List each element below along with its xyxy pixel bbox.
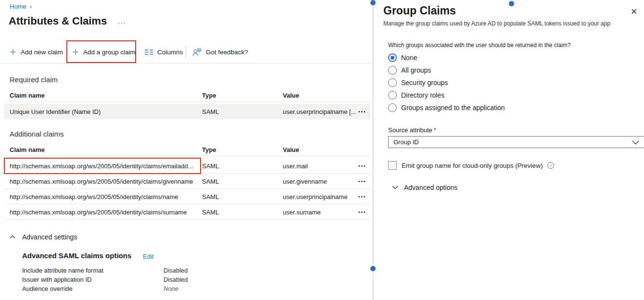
- add-group-claim-button[interactable]: Add a group claim: [72, 47, 136, 57]
- emit-group-name-label: Emit group name for cloud-only groups (P…: [402, 162, 543, 169]
- add-new-claim-label: Add new claim: [21, 49, 63, 56]
- row-menu-icon[interactable]: •••: [358, 209, 366, 214]
- plus-icon: [72, 49, 79, 55]
- required-marker: *: [434, 126, 436, 134]
- radio-all-groups[interactable]: All groups: [388, 65, 505, 75]
- group-claim-question: Which groups associated with the user sh…: [388, 42, 571, 49]
- radio-groups-assigned[interactable]: Groups assigned to the application: [388, 103, 505, 112]
- row-menu-icon[interactable]: •••: [358, 109, 366, 114]
- advanced-saml-claims-heading: Advanced SAML claims options: [22, 251, 131, 260]
- claim-type-cell: SAML: [202, 108, 219, 115]
- title-more-menu-icon[interactable]: ···: [118, 19, 126, 26]
- source-attribute-dropdown[interactable]: Group ID: [388, 136, 644, 148]
- handle-dot: [370, 0, 376, 5]
- page-title: Attributes & Claims: [9, 15, 107, 27]
- option-value: None: [164, 285, 178, 292]
- emit-group-name-checkbox[interactable]: [388, 161, 397, 170]
- column-header-claim-name: Claim name: [10, 146, 45, 153]
- claim-value-cell: user.userprincipalname: [283, 193, 347, 200]
- columns-button[interactable]: Columns: [145, 47, 183, 57]
- add-group-claim-label: Add a group claim: [83, 49, 136, 56]
- radio-icon: [388, 103, 397, 112]
- handle-dot: [509, 1, 514, 6]
- advanced-options-toggle[interactable]: Advanced options: [392, 184, 457, 191]
- breadcrumb: Home ›: [10, 3, 32, 10]
- toolbar-divider: [186, 46, 186, 57]
- feedback-icon: [192, 48, 202, 56]
- claim-type-cell: SAML: [202, 162, 219, 169]
- table-header-divider: [4, 101, 370, 102]
- claim-name-cell: http://schemas.xmlsoap.org/ws/2005/05/id…: [10, 162, 193, 169]
- radio-icon: [388, 66, 397, 75]
- row-menu-icon[interactable]: •••: [358, 194, 366, 199]
- additional-claims-heading: Additional claims: [10, 130, 64, 138]
- claim-name-cell: http://schemas.xmlsoap.org/ws/2005/05/id…: [10, 193, 178, 200]
- breadcrumb-home-link[interactable]: Home: [10, 3, 26, 10]
- claim-name-cell: Unique User Identifier (Name ID): [10, 108, 101, 115]
- column-header-type: Type: [202, 92, 216, 99]
- close-icon[interactable]: ✕: [631, 7, 637, 17]
- column-header-type: Type: [202, 146, 216, 153]
- column-header-claim-name: Claim name: [10, 92, 45, 99]
- claim-name-cell: http://schemas.xmlsoap.org/ws/2005/05/id…: [10, 177, 193, 185]
- got-feedback-button[interactable]: Got feedback?: [192, 47, 248, 57]
- option-label: Audience override: [22, 285, 73, 292]
- option-value: Disabled: [164, 267, 188, 274]
- radio-label: All groups: [401, 66, 431, 74]
- claim-type-cell: SAML: [202, 208, 219, 215]
- column-header-value: Value: [283, 146, 299, 153]
- panel-divider: [372, 0, 374, 300]
- chevron-right-icon: ›: [30, 3, 32, 10]
- panel-title: Group Claims: [383, 4, 456, 17]
- table-row-required-claim[interactable]: Unique User Identifier (Name ID) SAML us…: [4, 104, 370, 119]
- table-row-givenname[interactable]: http://schemas.xmlsoap.org/ws/2005/05/id…: [4, 174, 370, 189]
- column-header-value: Value: [283, 92, 299, 99]
- columns-icon: [145, 49, 153, 55]
- dropdown-value: Group ID: [393, 138, 419, 146]
- source-attribute-label: Source attribute*: [388, 126, 436, 134]
- chevron-up-icon: [10, 235, 15, 239]
- option-value: Disabled: [164, 276, 188, 283]
- advanced-settings-label: Advanced settings: [22, 233, 77, 241]
- radio-label: Directory roles: [401, 91, 444, 99]
- required-claim-heading: Required claim: [10, 75, 58, 84]
- radio-label: Security groups: [401, 79, 448, 87]
- option-label: Issuer with application ID: [22, 276, 92, 283]
- radio-none[interactable]: None: [388, 53, 505, 62]
- radio-icon: [388, 53, 397, 62]
- table-row-emailaddress[interactable]: http://schemas.xmlsoap.org/ws/2005/05/id…: [4, 158, 370, 174]
- claim-value-cell: user.surname: [283, 208, 321, 215]
- radio-icon: [388, 91, 397, 100]
- panel-subtitle: Manage the group claims used by Azure AD…: [383, 20, 610, 27]
- table-row-name[interactable]: http://schemas.xmlsoap.org/ws/2005/05/id…: [4, 189, 370, 204]
- option-label: Include attribute name format: [22, 267, 103, 274]
- emit-group-name-row: Emit group name for cloud-only groups (P…: [388, 161, 554, 170]
- advanced-options-label: Advanced options: [404, 184, 457, 191]
- claim-value-cell: user.mail: [283, 162, 308, 169]
- radio-security-groups[interactable]: Security groups: [388, 78, 505, 88]
- add-new-claim-button[interactable]: Add new claim: [10, 47, 63, 57]
- advanced-settings-toggle[interactable]: Advanced settings: [10, 233, 77, 241]
- group-type-radio-group: None All groups Security groups Director…: [388, 53, 505, 112]
- radio-directory-roles[interactable]: Directory roles: [388, 90, 505, 100]
- row-menu-icon[interactable]: •••: [358, 163, 366, 168]
- handle-dot: [370, 266, 376, 271]
- radio-label: Groups assigned to the application: [401, 104, 505, 112]
- columns-label: Columns: [157, 49, 183, 56]
- claim-type-cell: SAML: [202, 177, 219, 185]
- row-menu-icon[interactable]: •••: [358, 178, 366, 184]
- chevron-down-icon: [632, 140, 639, 145]
- plus-icon: [10, 49, 16, 55]
- info-icon[interactable]: i: [547, 162, 554, 169]
- claim-value-cell: user.userprincipalname [...: [283, 108, 356, 115]
- table-row-surname[interactable]: http://schemas.xmlsoap.org/ws/2005/05/id…: [4, 204, 370, 220]
- chevron-down-icon: [392, 186, 398, 189]
- toolbar-bottom-border: [0, 63, 373, 63]
- claim-name-cell: http://schemas.xmlsoap.org/ws/2005/05/id…: [10, 208, 187, 215]
- got-feedback-label: Got feedback?: [206, 49, 248, 56]
- claim-type-cell: SAML: [202, 193, 219, 200]
- radio-icon: [388, 78, 397, 87]
- radio-label: None: [401, 54, 417, 62]
- edit-link[interactable]: Edit: [143, 253, 153, 260]
- table-header-divider: [4, 156, 370, 156]
